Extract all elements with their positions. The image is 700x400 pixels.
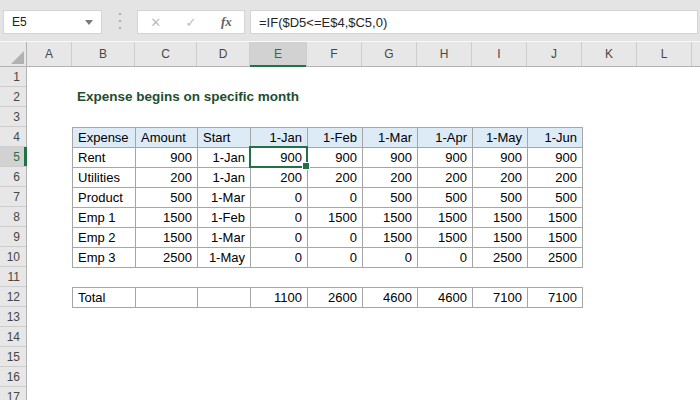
row-header-3[interactable]: 3	[0, 107, 26, 127]
row-header-6[interactable]: 6	[0, 167, 26, 187]
cell-I8[interactable]: 1500	[473, 208, 528, 228]
cell-H6[interactable]: 200	[418, 168, 473, 188]
cell-H5[interactable]: 900	[418, 148, 473, 168]
cell-H4[interactable]: 1-Apr	[418, 128, 473, 148]
cell-E12[interactable]: 1100	[251, 288, 308, 308]
cell-C12[interactable]	[136, 288, 198, 308]
select-all-button[interactable]	[0, 42, 27, 66]
cell-F7[interactable]: 0	[308, 188, 363, 208]
cell-H8[interactable]: 1500	[418, 208, 473, 228]
cell-G6[interactable]: 200	[363, 168, 418, 188]
column-header-B[interactable]: B	[72, 42, 135, 66]
cell-G10[interactable]: 0	[363, 248, 418, 268]
cell-H12[interactable]: 4600	[418, 288, 473, 308]
row-header-1[interactable]: 1	[0, 67, 26, 87]
cell-D4[interactable]: Start	[198, 128, 251, 148]
cell-C5[interactable]: 900	[136, 148, 198, 168]
cell-B5[interactable]: Rent	[73, 148, 136, 168]
cell-E9[interactable]: 0	[251, 228, 308, 248]
cell-J10[interactable]: 2500	[528, 248, 583, 268]
cell-B7[interactable]: Product	[73, 188, 136, 208]
column-header-G[interactable]: G	[362, 42, 417, 66]
row-header-10[interactable]: 10	[0, 247, 26, 267]
cell-G9[interactable]: 1500	[363, 228, 418, 248]
sheet-title[interactable]: Expense begins on specific month	[77, 87, 299, 107]
cell-E8[interactable]: 0	[251, 208, 308, 228]
cell-C9[interactable]: 1500	[136, 228, 198, 248]
cell-C10[interactable]: 2500	[136, 248, 198, 268]
cell-J12[interactable]: 7100	[528, 288, 583, 308]
column-header-E[interactable]: E	[250, 42, 307, 66]
formula-input[interactable]: =IF($D5<=E$4,$C5,0)	[250, 10, 698, 34]
cell-C4[interactable]: Amount	[136, 128, 198, 148]
cell-I10[interactable]: 2500	[473, 248, 528, 268]
enter-icon[interactable]: ✓	[186, 15, 197, 30]
cell-B4[interactable]: Expense	[73, 128, 136, 148]
cell-J5[interactable]: 900	[528, 148, 583, 168]
cell-C7[interactable]: 500	[136, 188, 198, 208]
row-header-13[interactable]: 13	[0, 307, 26, 327]
cell-D10[interactable]: 1-May	[198, 248, 251, 268]
cell-C8[interactable]: 1500	[136, 208, 198, 228]
row-header-16[interactable]: 16	[0, 367, 26, 387]
column-header-J[interactable]: J	[527, 42, 582, 66]
cell-J9[interactable]: 1500	[528, 228, 583, 248]
cell-B8[interactable]: Emp 1	[73, 208, 136, 228]
row-header-9[interactable]: 9	[0, 227, 26, 247]
column-header-F[interactable]: F	[307, 42, 362, 66]
cell-D7[interactable]: 1-Mar	[198, 188, 251, 208]
cell-F5[interactable]: 900	[308, 148, 363, 168]
cell-H9[interactable]: 1500	[418, 228, 473, 248]
column-header-I[interactable]: I	[472, 42, 527, 66]
cell-I12[interactable]: 7100	[473, 288, 528, 308]
cell-F8[interactable]: 1500	[308, 208, 363, 228]
column-header-H[interactable]: H	[417, 42, 472, 66]
cell-B6[interactable]: Utilities	[73, 168, 136, 188]
column-header-A[interactable]: A	[27, 42, 72, 66]
cell-I6[interactable]: 200	[473, 168, 528, 188]
row-header-14[interactable]: 14	[0, 327, 26, 347]
row-header-15[interactable]: 15	[0, 347, 26, 367]
column-header-D[interactable]: D	[197, 42, 250, 66]
cell-I9[interactable]: 1500	[473, 228, 528, 248]
cell-J8[interactable]: 1500	[528, 208, 583, 228]
cell-D9[interactable]: 1-Mar	[198, 228, 251, 248]
cell-G8[interactable]: 1500	[363, 208, 418, 228]
cell-E4[interactable]: 1-Jan	[251, 128, 308, 148]
cell-F4[interactable]: 1-Feb	[308, 128, 363, 148]
row-header-8[interactable]: 8	[0, 207, 26, 227]
column-header-C[interactable]: C	[135, 42, 197, 66]
cell-B10[interactable]: Emp 3	[73, 248, 136, 268]
cancel-icon[interactable]: ✕	[150, 15, 161, 30]
cell-H10[interactable]: 0	[418, 248, 473, 268]
cell-J7[interactable]: 500	[528, 188, 583, 208]
cell-J6[interactable]: 200	[528, 168, 583, 188]
cell-D12[interactable]	[198, 288, 251, 308]
cell-G5[interactable]: 900	[363, 148, 418, 168]
cell-F10[interactable]: 0	[308, 248, 363, 268]
cell-B12[interactable]: Total	[73, 288, 136, 308]
column-header-K[interactable]: K	[582, 42, 637, 66]
name-box-dropdown-icon[interactable]	[85, 20, 93, 25]
row-header-12[interactable]: 12	[0, 287, 26, 307]
cell-I5[interactable]: 900	[473, 148, 528, 168]
cell-G12[interactable]: 4600	[363, 288, 418, 308]
cell-D8[interactable]: 1-Feb	[198, 208, 251, 228]
insert-function-icon[interactable]: fx	[221, 14, 232, 30]
cell-I7[interactable]: 500	[473, 188, 528, 208]
row-header-4[interactable]: 4	[0, 127, 26, 147]
cell-E6[interactable]: 200	[251, 168, 308, 188]
cell-J4[interactable]: 1-Jun	[528, 128, 583, 148]
row-header-5[interactable]: 5	[0, 147, 26, 167]
cell-E10[interactable]: 0	[251, 248, 308, 268]
cell-B9[interactable]: Emp 2	[73, 228, 136, 248]
row-header-7[interactable]: 7	[0, 187, 26, 207]
cell-G4[interactable]: 1-Mar	[363, 128, 418, 148]
cell-E7[interactable]: 0	[251, 188, 308, 208]
cell-D6[interactable]: 1-Jan	[198, 168, 251, 188]
fill-handle-icon[interactable]	[302, 162, 310, 170]
cell-F9[interactable]: 0	[308, 228, 363, 248]
row-header-17[interactable]: 17	[0, 387, 26, 400]
cell-F6[interactable]: 200	[308, 168, 363, 188]
row-header-11[interactable]: 11	[0, 267, 26, 287]
